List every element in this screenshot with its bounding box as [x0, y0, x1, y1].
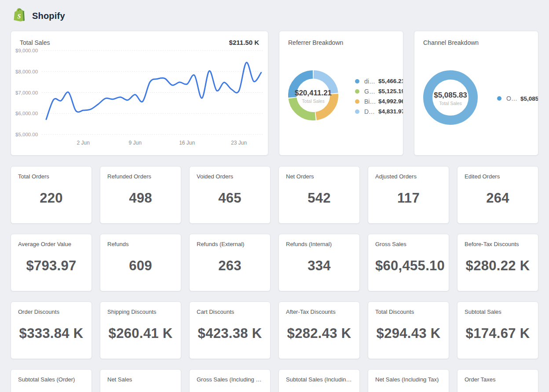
legend-dot-icon [355, 89, 359, 94]
metric-label: Cart Discounts [197, 309, 263, 315]
metric-value: $174.67 K [465, 326, 531, 341]
metric-card-refunded-orders: Refunded Orders498 [100, 166, 181, 224]
legend-dot-icon [355, 79, 359, 83]
x-axis-tick-label: 9 Jun [129, 140, 142, 146]
metric-card-total-orders: Total Orders220 [11, 166, 92, 224]
metric-card-total-discounts: Total Discounts$294.43 K [368, 301, 449, 359]
metric-card-average-order-value: Average Order Value$793.97 [11, 234, 92, 291]
metric-card-net-orders: Net Orders542 [278, 166, 360, 224]
metric-card-shipping-discounts: Shipping Discounts$260.41 K [100, 301, 181, 359]
metric-value: $333.84 K [18, 326, 84, 341]
metric-label: Subtotal Sales (Order) [18, 376, 84, 383]
metric-value: 117 [375, 190, 442, 206]
metric-card-edited-orders: Edited Orders264 [457, 166, 538, 224]
total-sales-series-line[interactable] [46, 62, 261, 120]
y-axis-tick-label: $6,000.00 [15, 111, 38, 116]
referrer-breakdown-card: Referrer Breakdown $20,411.21 Total Sale… [279, 31, 403, 156]
referrer-legend-item-d[interactable]: D…$4,831.97 [355, 108, 403, 115]
metric-value: 465 [197, 190, 263, 206]
metric-value: $423.38 K [197, 326, 263, 341]
metric-card-subtotal-sales-includin: Subtotal Sales (Includin… [278, 369, 360, 392]
metric-label: Voided Orders [197, 173, 263, 180]
top-charts-row: Total Sales $211.50 K $9,000.00$8,000.00… [11, 31, 538, 156]
channel-legend-item-o[interactable]: O…$5,085.83 [497, 95, 538, 102]
legend-label: D… [364, 108, 378, 115]
referrer-legend-item-bi[interactable]: Bi…$4,992.96 [355, 98, 403, 105]
legend-value: $5,085.83 [520, 95, 538, 102]
metric-label: Subtotal Sales [465, 309, 531, 315]
metric-value: 334 [286, 258, 352, 274]
metric-card-order-discounts: Order Discounts$333.84 K [11, 301, 92, 359]
legend-value: $4,831.97 [378, 108, 403, 115]
legend-label: di… [364, 78, 378, 85]
metric-label: Net Sales [107, 376, 174, 383]
metric-value: $60,455.10 [375, 258, 442, 274]
metric-value: 220 [18, 190, 84, 206]
metric-card-refunds: Refunds609 [100, 234, 181, 291]
metric-label: Net Sales (Including Tax) [375, 376, 442, 383]
metric-card-refunds-external: Refunds (External)263 [189, 234, 271, 291]
y-axis-tick-label: $9,000.00 [15, 48, 38, 53]
legend-label: Bi… [364, 98, 378, 105]
metric-value: $294.43 K [375, 326, 442, 341]
metric-label: Refunds [107, 241, 174, 247]
metric-label: Adjusted Orders [375, 173, 442, 180]
metric-value: 609 [107, 258, 174, 274]
channel-legend: O…$5,085.83 [497, 95, 538, 102]
metric-label: Refunds (External) [197, 241, 263, 247]
metric-label: Subtotal Sales (Includin… [286, 376, 352, 383]
referrer-donut-row: $20,411.21 Total Sales di…$5,466.21G…$5,… [288, 70, 396, 122]
metric-label: Average Order Value [18, 241, 84, 247]
metric-card-refunds-internal: Refunds (Internal)334 [278, 234, 360, 291]
y-axis-tick-label: $7,000.00 [15, 90, 38, 95]
svg-text:S: S [18, 13, 21, 20]
dashboard-page: S Shopify Total Sales $211.50 K $9,000.0… [0, 0, 549, 392]
legend-label: O… [506, 95, 520, 102]
metric-card-after-tax-discounts: After-Tax Discounts$282.43 K [278, 301, 360, 359]
donut-slice-g[interactable] [293, 98, 315, 116]
metric-label: Net Orders [286, 173, 352, 180]
referrer-legend-item-di[interactable]: di…$5,466.21 [355, 78, 403, 85]
app-header: S Shopify [11, 8, 538, 24]
donut-slice-o[interactable] [428, 75, 473, 120]
referrer-legend-item-g[interactable]: G…$5,125.19 [355, 88, 403, 95]
metric-card-gross-sales-including: Gross Sales (Including … [189, 369, 271, 392]
total-sales-total-value: $211.50 K [229, 39, 259, 46]
metric-value: 498 [107, 190, 174, 206]
channel-donut[interactable]: $5,085.83 Total Sales [423, 70, 478, 127]
metric-value: $280.22 K [465, 258, 531, 274]
metric-label: Order Taxes [465, 376, 531, 383]
shopify-bag-icon: S [13, 7, 26, 24]
metric-value: 263 [197, 258, 263, 274]
metric-label: Total Orders [18, 173, 84, 180]
total-sales-card-header: Total Sales $211.50 K [11, 31, 268, 46]
legend-label: G… [364, 88, 378, 95]
donut-slice-di[interactable] [292, 75, 313, 98]
legend-dot-icon [497, 96, 501, 101]
metrics-grid: Total Orders220Refunded Orders498Voided … [11, 166, 538, 392]
metric-card-gross-sales: Gross Sales$60,455.10 [368, 234, 449, 291]
metric-card-cart-discounts: Cart Discounts$423.38 K [189, 301, 271, 359]
total-sales-card: Total Sales $211.50 K $9,000.00$8,000.00… [11, 31, 268, 156]
metric-label: Total Discounts [375, 309, 442, 315]
legend-value: $5,466.21 [378, 78, 403, 84]
channel-breakdown-title: Channel Breakdown [423, 39, 479, 46]
referrer-donut[interactable]: $20,411.21 Total Sales [288, 70, 338, 122]
metric-card-before-tax-discounts: Before-Tax Discounts$280.22 K [457, 234, 538, 291]
legend-value: $4,992.96 [378, 98, 403, 105]
donut-slice-bi[interactable] [316, 94, 334, 116]
metric-value: $282.43 K [286, 326, 352, 341]
metric-card-net-sales: Net Sales [100, 369, 181, 392]
metric-card-adjusted-orders: Adjusted Orders117 [368, 166, 449, 224]
metric-label: After-Tax Discounts [286, 309, 352, 315]
metric-label: Edited Orders [465, 173, 531, 180]
donut-slice-d[interactable] [314, 75, 334, 94]
referrer-legend: di…$5,466.21G…$5,125.19Bi…$4,992.96D…$4,… [355, 78, 403, 115]
channel-breakdown-card: Channel Breakdown $5,085.83 Total Sales … [414, 31, 538, 156]
metric-value: $260.41 K [107, 326, 174, 341]
metric-card-net-sales-including-tax: Net Sales (Including Tax) [368, 369, 449, 392]
total-sales-line-chart[interactable]: $9,000.00$8,000.00$7,000.00$6,000.00$5,0… [11, 46, 268, 150]
app-title: Shopify [32, 11, 65, 21]
metric-label: Shipping Discounts [107, 309, 174, 315]
metric-label: Gross Sales [375, 241, 442, 247]
